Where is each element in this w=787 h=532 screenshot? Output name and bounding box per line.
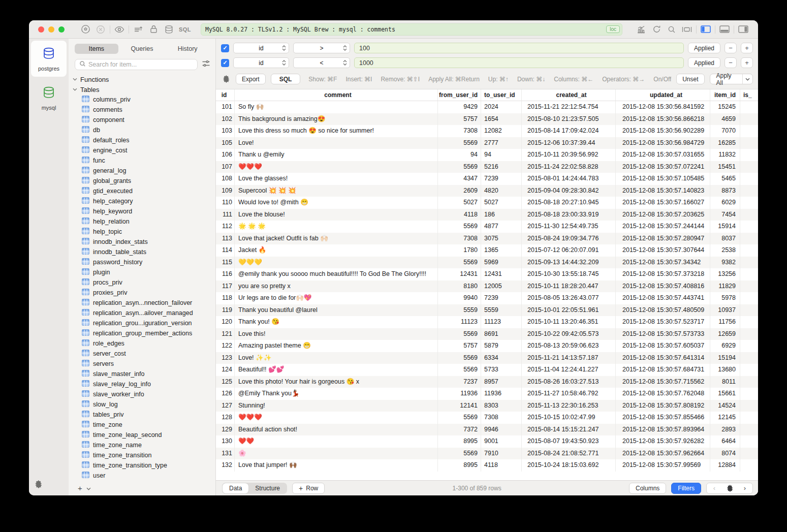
cell-id[interactable]: 103	[216, 125, 235, 137]
table-row[interactable]: 120Thank you! 😘11123111232015-10-11 13:2…	[216, 316, 758, 328]
cell-updated_at[interactable]: 2015-12-08 15:30:57.307644	[616, 244, 710, 257]
sidebar-item-table[interactable]: replication_group_member_actions	[73, 328, 215, 338]
cell-created_at[interactable]: 2015-10-11 20:39:56.992	[522, 149, 616, 161]
cell-to_user_id[interactable]: 12005	[481, 280, 522, 293]
cell-from_user_id[interactable]: 5569	[438, 352, 481, 364]
cell-id[interactable]: 129	[216, 424, 235, 436]
cell-to_user_id[interactable]: 9946	[481, 424, 522, 436]
cell-is_[interactable]	[740, 376, 758, 388]
cell-comment[interactable]: Ur legs are to die for🙌🏻💖	[235, 292, 438, 304]
cell-created_at[interactable]: 2015-08-14 17:09:42.024	[522, 125, 616, 137]
sidebar-item-table[interactable]: time_zone_transition_type	[73, 460, 215, 471]
cell-is_[interactable]	[740, 137, 758, 149]
cell-id[interactable]: 110	[216, 197, 235, 209]
cell-updated_at[interactable]: 2015-12-08 15:30:57.443741	[616, 292, 710, 304]
add-item-chevron-icon[interactable]	[86, 483, 91, 492]
cell-to_user_id[interactable]: 1365	[481, 244, 522, 257]
cell-item_id[interactable]: 11756	[710, 316, 740, 328]
item-search-field[interactable]	[75, 59, 198, 70]
cell-to_user_id[interactable]: 2777	[481, 137, 522, 149]
cell-from_user_id[interactable]: 5559	[438, 304, 481, 317]
cell-from_user_id[interactable]: 5569	[438, 328, 481, 340]
cell-is_[interactable]	[740, 364, 758, 376]
cell-to_user_id[interactable]: 5027	[481, 197, 522, 209]
apply-all-button[interactable]: Apply All	[710, 74, 753, 84]
cell-created_at[interactable]: 2015-10-24 18:15:03.692	[522, 459, 616, 472]
cell-id[interactable]: 128	[216, 412, 235, 424]
table-row[interactable]: 127Stunning!1214183032015-11-13 22:30:16…	[216, 400, 758, 412]
sql-preview-button[interactable]: SQL	[271, 74, 301, 84]
cell-item_id[interactable]: 15194	[710, 352, 740, 364]
cell-comment[interactable]: Love this dress so much 😍 so nice for su…	[235, 125, 438, 137]
table-row[interactable]: 108Love the glasses!434772392015-08-01 1…	[216, 173, 758, 185]
tab-structure[interactable]: Structure	[248, 483, 287, 493]
add-filter-button[interactable]: +	[741, 43, 753, 53]
cell-id[interactable]: 132	[216, 459, 235, 472]
table-row[interactable]: 126@Emily Thank you💃🏾11936119362015-11-2…	[216, 388, 758, 400]
cell-updated_at[interactable]: 2015-12-08 15:30:57.684731	[616, 364, 710, 376]
cell-to_user_id[interactable]: 5733	[481, 364, 522, 376]
cell-from_user_id[interactable]: 5757	[438, 340, 481, 352]
cell-id[interactable]: 119	[216, 304, 235, 317]
cell-item_id[interactable]: 12659	[710, 328, 740, 340]
cell-updated_at[interactable]: 2015-12-08 15:30:57.893964	[616, 424, 710, 436]
column-header-updated_at[interactable]: updated_at	[616, 89, 710, 101]
sidebar-item-table[interactable]: innodb_index_stats	[73, 237, 215, 247]
cell-item_id[interactable]: 14524	[710, 400, 740, 412]
add-row-button[interactable]: + Row	[292, 483, 325, 494]
connection-mysql[interactable]: mysql	[31, 80, 67, 116]
cell-item_id[interactable]: 15914	[710, 221, 740, 233]
cell-updated_at[interactable]: 2015-12-08 15:30:56.841592	[616, 101, 710, 113]
cell-created_at[interactable]: 2015-07-12 06:20:07.091	[522, 244, 616, 257]
cell-item_id[interactable]: 2893	[710, 424, 740, 436]
refresh-icon[interactable]	[649, 23, 664, 36]
chart-icon[interactable]	[634, 23, 649, 36]
sidebar-item-table[interactable]: proxies_priv	[73, 288, 215, 298]
cell-comment[interactable]: Love! ✨✨	[235, 352, 438, 364]
sidebar-item-table[interactable]: procs_priv	[73, 277, 215, 288]
cell-comment[interactable]: This background is amazing😍	[235, 113, 438, 126]
search-icon[interactable]	[664, 23, 679, 36]
cell-comment[interactable]: Thank you! 😘	[235, 316, 438, 328]
cell-item_id[interactable]: 5978	[710, 292, 740, 304]
settings-gear-icon[interactable]	[34, 480, 42, 490]
cell-to_user_id[interactable]: 7239	[481, 292, 522, 304]
cell-to_user_id[interactable]: 6334	[481, 352, 522, 364]
table-row[interactable]: 132Love that jumper! 🙌🏾899541182015-10-2…	[216, 459, 758, 472]
cell-is_[interactable]	[740, 448, 758, 460]
column-header-comment[interactable]: comment	[235, 89, 438, 101]
columns-button[interactable]: Columns	[629, 483, 666, 494]
table-row[interactable]: 123Love! ✨✨556963342015-11-21 14:13:57.1…	[216, 352, 758, 364]
cell-comment[interactable]: 💛💛💛	[235, 257, 438, 269]
cell-is_[interactable]	[740, 280, 758, 293]
sidebar-item-table[interactable]: help_topic	[73, 227, 215, 237]
cell-comment[interactable]: Love that jumper! 🙌🏾	[235, 459, 438, 472]
cell-comment[interactable]: Thank u @emily	[235, 149, 438, 161]
cell-is_[interactable]	[740, 268, 758, 280]
cell-to_user_id[interactable]: 7910	[481, 448, 522, 460]
column-header-to_user_id[interactable]: to_user_id	[481, 89, 522, 101]
cell-created_at[interactable]: 2015-10-22 09:42:05.573	[522, 328, 616, 340]
cell-comment[interactable]: ❤️❤️	[235, 435, 438, 448]
cell-to_user_id[interactable]: 8303	[481, 400, 522, 412]
cell-item_id[interactable]: 8037	[710, 233, 740, 245]
cell-is_[interactable]	[740, 233, 758, 245]
cell-updated_at[interactable]: 2015-12-08 15:30:57.808192	[616, 400, 710, 412]
sidebar-item-table[interactable]: columns_priv	[73, 95, 215, 105]
cell-from_user_id[interactable]: 94	[438, 149, 481, 161]
sidebar-item-table[interactable]: func	[73, 155, 215, 166]
cell-from_user_id[interactable]: 7372	[438, 424, 481, 436]
cell-comment[interactable]: 🌟 🌟 🌟	[235, 221, 438, 233]
cell-created_at[interactable]: 2015-11-30 12:54:49.735	[522, 221, 616, 233]
filter-column-select[interactable]: id	[233, 57, 289, 68]
cell-is_[interactable]	[740, 101, 758, 113]
cell-created_at[interactable]: 2015-08-10 21:23:57.505	[522, 113, 616, 126]
sidebar-item-table[interactable]: replication_grou...iguration_version	[73, 318, 215, 328]
cell-created_at[interactable]: 2015-11-27 10:58:46.792	[522, 388, 616, 400]
cell-item_id[interactable]: 7070	[710, 125, 740, 137]
cell-is_[interactable]	[740, 292, 758, 304]
cell-created_at[interactable]: 2015-08-07 19:43:50.923	[522, 435, 616, 448]
cell-from_user_id[interactable]: 8995	[438, 435, 481, 448]
cell-comment[interactable]: ❤️❤️❤️	[235, 412, 438, 424]
cell-is_[interactable]	[740, 173, 758, 185]
